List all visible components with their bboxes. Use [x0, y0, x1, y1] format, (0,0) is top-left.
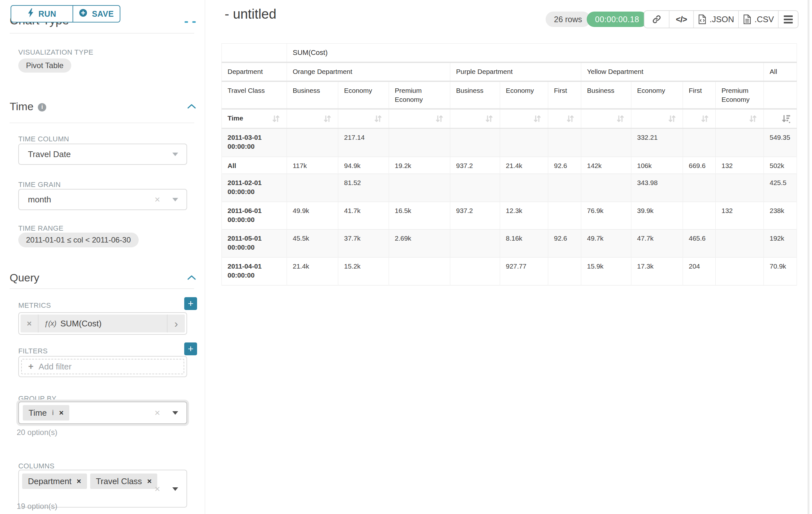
expand-metric-icon[interactable]: ›	[167, 315, 185, 332]
more-options-button[interactable]	[778, 11, 798, 28]
info-icon[interactable]: i	[38, 103, 46, 111]
control-panel-sidebar: Chart Type RUN SAVE VISUALIZATION TYPE P…	[0, 0, 205, 514]
cell	[500, 129, 548, 157]
save-button-label: SAVE	[92, 9, 114, 19]
cell: 17.3k	[631, 257, 683, 285]
query-section-header[interactable]: Query	[10, 271, 39, 284]
sort-icon	[373, 114, 383, 123]
export-json-button[interactable]: .JSON	[693, 11, 738, 28]
metric-body[interactable]: ƒ(x) SUM(Cost)	[38, 315, 167, 332]
columns-tag-label: Travel Class	[96, 477, 142, 486]
sort-column-header-active[interactable]	[764, 109, 797, 129]
sort-column-header[interactable]	[548, 109, 581, 129]
remove-tag-icon[interactable]: ×	[77, 477, 81, 486]
remove-tag-icon[interactable]: ×	[59, 408, 63, 417]
sort-column-header[interactable]	[716, 109, 764, 129]
sort-column-header[interactable]	[450, 109, 500, 129]
cell	[548, 174, 581, 202]
remove-metric-icon[interactable]: ×	[21, 315, 38, 332]
csv-file-icon	[743, 15, 751, 24]
cell: 927.77	[500, 257, 548, 285]
group-by-select[interactable]: Time i × ×	[18, 402, 187, 424]
travel-class-header: Business	[581, 81, 631, 109]
clear-icon[interactable]: ×	[154, 195, 160, 204]
sort-column-header[interactable]	[338, 109, 389, 129]
cell: 76.9k	[581, 202, 631, 229]
cell: 12.3k	[500, 202, 548, 229]
add-filter-button[interactable]: + Add filter	[21, 359, 184, 374]
share-link-button[interactable]	[644, 11, 669, 28]
cell	[581, 129, 631, 157]
group-by-options-hint: 20 option(s)	[17, 428, 57, 437]
info-icon[interactable]: i	[52, 409, 54, 417]
clear-icon[interactable]: ×	[154, 484, 160, 494]
chart-title[interactable]: - untitled	[225, 6, 276, 22]
cell: 132	[716, 202, 764, 229]
metric-chip: × ƒ(x) SUM(Cost) ›	[21, 315, 185, 332]
travel-class-header: Premium Economy	[716, 81, 764, 109]
run-button[interactable]: RUN	[11, 6, 73, 22]
travel-class-header: Economy	[500, 81, 548, 109]
columns-tag: Department ×	[22, 474, 87, 489]
sort-icon	[323, 114, 332, 123]
sort-column-header[interactable]: Time	[222, 109, 287, 129]
row-label: 2011-03-01 00:00:00	[222, 129, 287, 157]
columns-options-hint: 19 option(s)	[17, 502, 57, 511]
sort-column-header[interactable]	[581, 109, 631, 129]
clear-icon[interactable]: ×	[154, 408, 160, 417]
remove-tag-icon[interactable]: ×	[147, 477, 151, 486]
cell	[716, 229, 764, 257]
section-divider	[10, 33, 194, 33]
sort-column-header[interactable]	[631, 109, 683, 129]
columns-label: COLUMNS	[18, 462, 55, 470]
cell	[450, 174, 500, 202]
sort-column-header[interactable]	[287, 109, 338, 129]
cell	[450, 229, 500, 257]
time-grain-select[interactable]: month ×	[18, 189, 187, 210]
cell: 45.5k	[287, 229, 338, 257]
table-row: 2011-03-01 00:00:00217.14332.21549.35	[222, 129, 797, 157]
sort-column-header[interactable]	[500, 109, 548, 129]
run-button-label: RUN	[38, 9, 57, 19]
col-dimension-label: Travel Class	[222, 81, 287, 109]
columns-tag-label: Department	[28, 477, 71, 486]
sort-column-header[interactable]	[389, 109, 450, 129]
cell	[716, 174, 764, 202]
row-label: 2011-06-01 00:00:00	[222, 202, 287, 229]
time-column-select[interactable]: Travel Date	[18, 143, 187, 165]
clipped-icon-dot	[192, 21, 196, 23]
cell	[683, 174, 716, 202]
cell	[716, 129, 764, 157]
vertical-scrollbar[interactable]	[808, 0, 809, 514]
chevron-up-icon[interactable]	[187, 104, 196, 109]
chart-panel: - untitled 26 rows 00:00:00.18 </> .JSON	[205, 0, 812, 514]
cell: 204	[683, 257, 716, 285]
visualization-type-pill[interactable]: Pivot Table	[18, 58, 71, 73]
function-icon: ƒ(x)	[44, 319, 57, 328]
row-label: 2011-04-01 00:00:00	[222, 257, 287, 285]
save-button[interactable]: SAVE	[73, 6, 120, 22]
cell: 39.9k	[631, 202, 683, 229]
cell: 238k	[764, 202, 797, 229]
chevron-up-icon[interactable]	[187, 275, 196, 280]
cell: 465.6	[683, 229, 716, 257]
travel-class-header: Economy	[631, 81, 683, 109]
clipped-icon-dot	[184, 21, 188, 23]
caret-down-icon	[172, 198, 178, 201]
sort-icon	[532, 114, 542, 123]
cell: 142k	[581, 157, 631, 174]
add-filter-plus-button[interactable]: +	[184, 343, 197, 355]
sort-icon	[484, 114, 494, 123]
metrics-label: METRICS	[18, 301, 51, 310]
add-metric-button[interactable]: +	[184, 297, 197, 310]
table-row: 2011-02-01 00:00:0081.52343.98425.5	[222, 174, 797, 202]
travel-class-header: First	[683, 81, 716, 109]
time-section-header[interactable]: Time i	[10, 100, 46, 113]
cell	[548, 202, 581, 229]
export-csv-button[interactable]: .CSV	[738, 11, 778, 28]
sort-column-header[interactable]	[683, 109, 716, 129]
time-range-pill[interactable]: 2011-01-01 ≤ col < 2011-06-30	[18, 233, 139, 247]
view-query-button[interactable]: </>	[669, 11, 693, 28]
table-row: 2011-05-01 00:00:0045.5k37.7k2.69k8.16k9…	[222, 229, 797, 257]
cell: 92.6	[548, 157, 581, 174]
